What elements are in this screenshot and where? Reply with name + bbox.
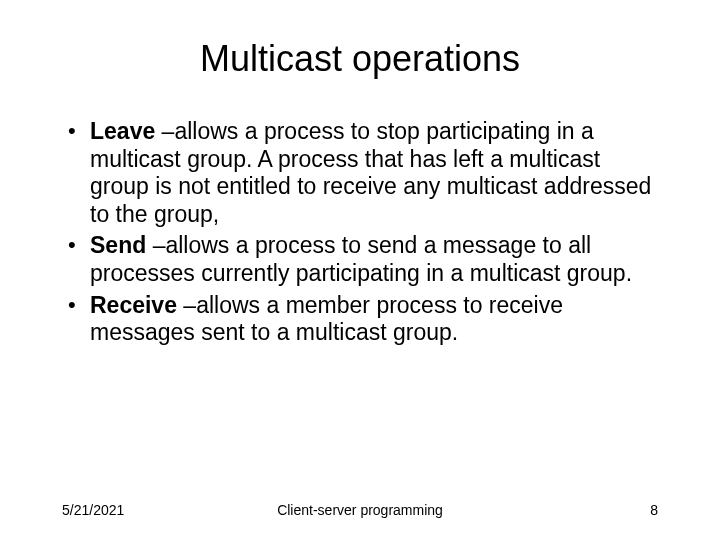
bullet-bold: Send: [90, 232, 153, 258]
bullet-text: –allows a process to stop participating …: [90, 118, 651, 227]
bullet-bold: Leave: [90, 118, 162, 144]
footer-date: 5/21/2021: [62, 502, 124, 518]
bullet-list: Leave –allows a process to stop particip…: [62, 118, 658, 347]
slide: Multicast operations Leave –allows a pro…: [0, 0, 720, 540]
slide-title: Multicast operations: [62, 38, 658, 80]
slide-content: Leave –allows a process to stop particip…: [62, 118, 658, 510]
bullet-item: Receive –allows a member process to rece…: [62, 292, 658, 347]
bullet-item: Leave –allows a process to stop particip…: [62, 118, 658, 228]
slide-footer: 5/21/2021 Client-server programming 8: [62, 502, 658, 518]
bullet-text: –allows a process to send a message to a…: [90, 232, 632, 286]
footer-center: Client-server programming: [277, 502, 443, 518]
bullet-item: Send –allows a process to send a message…: [62, 232, 658, 287]
footer-page: 8: [650, 502, 658, 518]
bullet-bold: Receive: [90, 292, 183, 318]
